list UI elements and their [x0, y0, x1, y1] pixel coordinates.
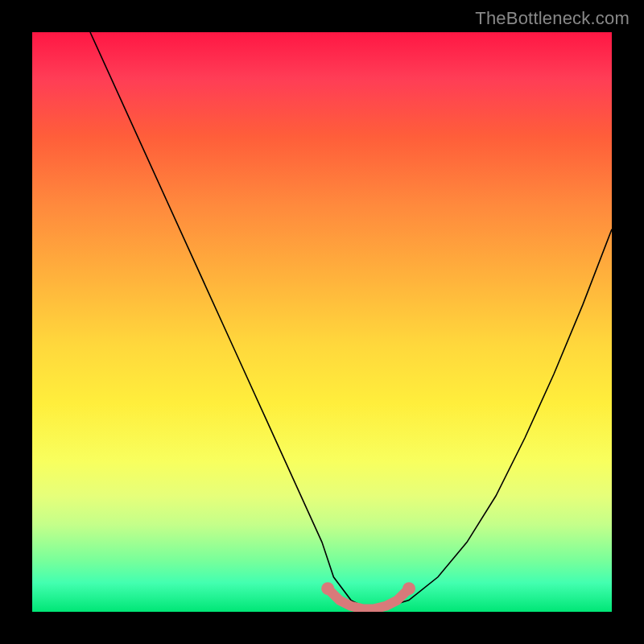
bottleneck-curve: [90, 32, 612, 609]
plot-area: [32, 32, 612, 612]
marker-endpoint-dot: [402, 582, 415, 595]
optimal-zone-marker: [328, 588, 409, 609]
chart-svg: [32, 32, 612, 612]
watermark-text: TheBottleneck.com: [475, 8, 630, 29]
marker-endpoint-dot: [321, 582, 334, 595]
